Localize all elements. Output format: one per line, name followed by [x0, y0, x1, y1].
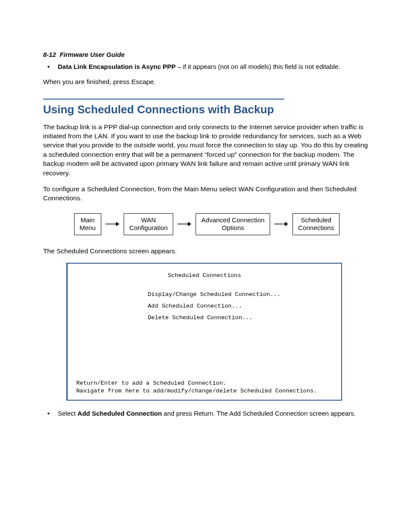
bullet-icon: •	[43, 62, 58, 71]
terminal-menu-item: Add Scheduled Connection...	[148, 302, 335, 311]
para-backup-description: The backup link is a PPP dial-up connect…	[43, 122, 371, 177]
running-header: 8-12 Firmware User Guide	[43, 51, 371, 58]
arrow-icon	[177, 221, 191, 227]
bullet-bold: Add Scheduled Connection	[78, 410, 162, 417]
terminal-title: Scheduled Connections	[74, 271, 335, 280]
arrow-icon	[274, 221, 288, 227]
bullet-data-link: • Data Link Encapsulation is Async PPP –…	[43, 62, 371, 71]
bullet-icon: •	[43, 409, 58, 418]
page-number: 8-12	[43, 51, 56, 58]
bullet-text: Select Add Scheduled Connection and pres…	[58, 409, 356, 418]
svg-marker-3	[188, 222, 191, 226]
bullet-text: Data Link Encapsulation is Async PPP – i…	[58, 62, 340, 71]
nav-flow-diagram: Main Menu WAN Configuration Advanced Con…	[43, 213, 371, 236]
bullet-pre: Select	[58, 410, 78, 417]
section-heading: Using Scheduled Connections with Backup	[43, 103, 371, 116]
flow-box-main-menu: Main Menu	[74, 213, 102, 236]
terminal-screenshot: Scheduled Connections Display/Change Sch…	[66, 263, 342, 401]
arrow-icon	[106, 221, 119, 227]
terminal-footer-line: Navigate from here to add/modify/change/…	[76, 387, 335, 395]
terminal-footer-line: Return/Enter to add a Scheduled Connecti…	[76, 380, 335, 387]
para-configure-instruction: To configure a Scheduled Connection, fro…	[43, 184, 371, 203]
svg-marker-5	[285, 222, 288, 226]
section-rule	[43, 99, 284, 100]
bullet-bold: Data Link Encapsulation is Async PPP	[58, 63, 176, 70]
flow-box-advanced-options: Advanced Connection Options	[196, 213, 270, 236]
page: 8-12 Firmware User Guide • Data Link Enc…	[0, 0, 411, 532]
flow-box-scheduled-connections: Scheduled Connections	[293, 213, 339, 236]
para-finished-escape: When you are finished, press Escape.	[43, 77, 371, 86]
bullet-rest: – if it appears (not on all models) this…	[176, 63, 340, 70]
flow-box-wan-config: WAN Configuration	[124, 213, 173, 236]
doc-title: Firmware User Guide	[59, 51, 125, 58]
bullet-select-add: • Select Add Scheduled Connection and pr…	[43, 409, 371, 418]
terminal-menu-item: Display/Change Scheduled Connection...	[148, 290, 335, 299]
svg-marker-1	[116, 222, 119, 226]
bullet-post: and press Return. The Add Scheduled Conn…	[162, 410, 356, 417]
terminal-menu-item: Delete Scheduled Connection...	[148, 314, 335, 323]
para-screen-appears: The Scheduled Connections screen appears…	[43, 246, 371, 255]
terminal-footer: Return/Enter to add a Scheduled Connecti…	[76, 380, 335, 395]
